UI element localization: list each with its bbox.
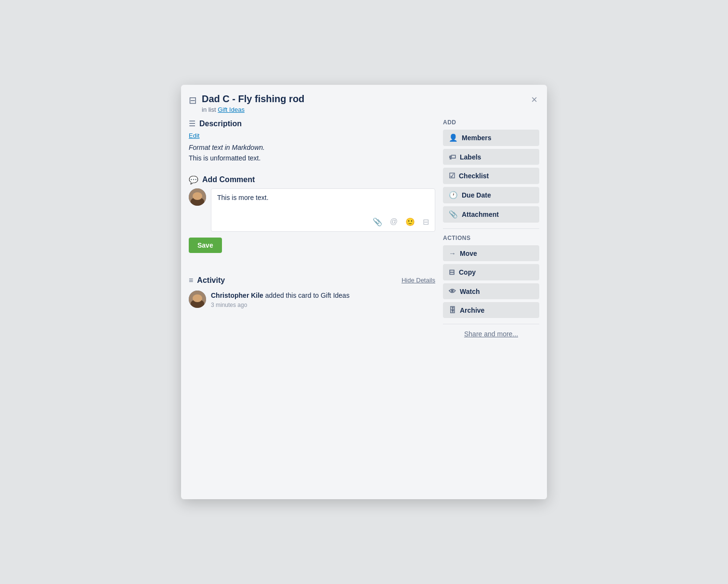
save-comment-button[interactable]: Save bbox=[189, 238, 222, 253]
sidebar-attachment-button[interactable]: 📎 Attachment bbox=[443, 206, 539, 223]
sidebar-add-title: Add bbox=[443, 119, 539, 126]
description-text: Format text in Markdown. This is unforma… bbox=[189, 142, 435, 164]
sidebar-divider bbox=[443, 228, 539, 229]
hide-details-link[interactable]: Hide Details bbox=[402, 277, 435, 284]
subtitle-prefix: in list bbox=[202, 106, 216, 113]
members-label: Members bbox=[462, 134, 491, 142]
edit-description-link[interactable]: Edit bbox=[189, 132, 435, 139]
comment-header: 💬 Add Comment bbox=[189, 175, 435, 185]
copy-label: Copy bbox=[459, 268, 476, 276]
sidebar-actions-title: Actions bbox=[443, 235, 539, 241]
copy-icon: ⊟ bbox=[449, 268, 455, 277]
activity-title: Activity bbox=[197, 276, 225, 285]
sidebar: Add 👤 Members 🏷 Labels ☑ Checklist 🕐 Due… bbox=[443, 119, 539, 491]
modal-title-block: Dad C - Fly fishing rod in list Gift Ide… bbox=[202, 93, 304, 113]
avatar-face bbox=[189, 188, 206, 206]
activity-section: ≡ Activity Hide Details Christopher Kile… bbox=[189, 276, 435, 308]
sidebar-divider-2 bbox=[443, 324, 539, 324]
emoji-icon[interactable]: 🙂 bbox=[405, 217, 415, 226]
activity-header: ≡ Activity Hide Details bbox=[189, 276, 435, 285]
description-line2: This is unformatted text. bbox=[189, 154, 260, 162]
comment-section: 💬 Add Comment 📎 @ 🙂 ⊟ bbox=[189, 175, 435, 265]
list-link[interactable]: Gift Ideas bbox=[218, 106, 245, 113]
close-button[interactable]: × bbox=[529, 93, 539, 107]
activity-avatar-face bbox=[189, 291, 206, 308]
share-link[interactable]: Share and more... bbox=[443, 330, 539, 338]
activity-action: added this card to Gift Ideas bbox=[265, 292, 350, 299]
description-line1: Format text in Markdown. bbox=[189, 144, 265, 151]
attachment-icon: 📎 bbox=[449, 210, 458, 219]
card-modal: ⊟ Dad C - Fly fishing rod in list Gift I… bbox=[181, 85, 547, 499]
mention-icon[interactable]: @ bbox=[390, 217, 398, 226]
comment-icon: 💬 bbox=[189, 175, 198, 185]
checklist-label: Checklist bbox=[459, 172, 489, 180]
modal-header-left: ⊟ Dad C - Fly fishing rod in list Gift I… bbox=[189, 93, 529, 113]
comment-toolbar: 📎 @ 🙂 ⊟ bbox=[217, 213, 429, 226]
activity-time: 3 minutes ago bbox=[211, 302, 350, 308]
modal-body: ☰ Description Edit Format text in Markdo… bbox=[189, 119, 539, 491]
card-type-icon: ⊟ bbox=[189, 94, 197, 106]
watch-icon: 👁 bbox=[449, 287, 456, 295]
main-content: ☰ Description Edit Format text in Markdo… bbox=[189, 119, 435, 491]
attach-icon[interactable]: 📎 bbox=[373, 217, 382, 226]
description-title: Description bbox=[199, 119, 242, 128]
archive-icon: 🗄 bbox=[449, 306, 456, 314]
sidebar-due-date-button[interactable]: 🕐 Due Date bbox=[443, 187, 539, 203]
checklist-icon: ☑ bbox=[449, 172, 455, 180]
activity-text: Christopher Kile added this card to Gift… bbox=[211, 291, 350, 301]
comment-area: 📎 @ 🙂 ⊟ bbox=[189, 188, 435, 232]
description-icon: ☰ bbox=[189, 119, 195, 128]
activity-avatar bbox=[189, 291, 206, 308]
activity-item: Christopher Kile added this card to Gift… bbox=[189, 291, 435, 308]
sidebar-move-button[interactable]: → Move bbox=[443, 245, 539, 261]
due-date-icon: 🕐 bbox=[449, 191, 458, 199]
labels-icon: 🏷 bbox=[449, 153, 456, 161]
modal-header: ⊟ Dad C - Fly fishing rod in list Gift I… bbox=[189, 93, 539, 113]
activity-icon: ≡ bbox=[189, 276, 193, 285]
card-icon-toolbar[interactable]: ⊟ bbox=[423, 217, 429, 226]
due-date-label: Due Date bbox=[462, 191, 491, 199]
attachment-label: Attachment bbox=[462, 211, 499, 218]
activity-user: Christopher Kile bbox=[211, 292, 263, 299]
sidebar-members-button[interactable]: 👤 Members bbox=[443, 130, 539, 146]
description-section: ☰ Description Edit Format text in Markdo… bbox=[189, 119, 435, 164]
sidebar-copy-button[interactable]: ⊟ Copy bbox=[443, 264, 539, 280]
description-header: ☰ Description bbox=[189, 119, 435, 128]
comment-section-title: Add Comment bbox=[202, 175, 255, 184]
comment-input-wrapper: 📎 @ 🙂 ⊟ bbox=[211, 188, 435, 232]
sidebar-archive-button[interactable]: 🗄 Archive bbox=[443, 302, 539, 318]
sidebar-labels-button[interactable]: 🏷 Labels bbox=[443, 149, 539, 165]
watch-label: Watch bbox=[460, 288, 480, 295]
labels-label: Labels bbox=[460, 153, 481, 161]
sidebar-checklist-button[interactable]: ☑ Checklist bbox=[443, 168, 539, 184]
modal-subtitle: in list Gift Ideas bbox=[202, 106, 304, 113]
activity-item-content: Christopher Kile added this card to Gift… bbox=[211, 291, 350, 308]
members-icon: 👤 bbox=[449, 133, 458, 142]
activity-header-left: ≡ Activity bbox=[189, 276, 225, 285]
comment-input[interactable] bbox=[217, 194, 429, 213]
archive-label: Archive bbox=[460, 306, 484, 314]
modal-title: Dad C - Fly fishing rod bbox=[202, 93, 304, 105]
user-avatar bbox=[189, 188, 206, 206]
sidebar-watch-button[interactable]: 👁 Watch bbox=[443, 283, 539, 299]
move-icon: → bbox=[449, 249, 456, 257]
move-label: Move bbox=[460, 250, 477, 257]
